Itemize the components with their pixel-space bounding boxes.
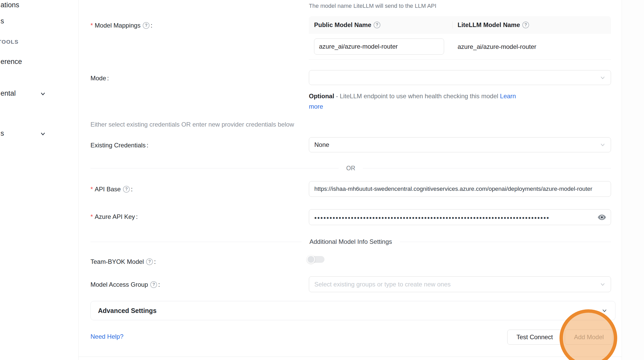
help-icon[interactable]: ?: [150, 281, 157, 288]
sidebar-item[interactable]: s: [1, 129, 4, 138]
chevron-down-icon: [599, 281, 606, 288]
help-icon[interactable]: ?: [146, 258, 153, 265]
team-byok-toggle[interactable]: [307, 255, 324, 264]
chevron-down-icon: [599, 74, 606, 81]
model-mappings-table: Public Model Name ? LiteLLM Model Name ?…: [309, 16, 611, 60]
add-model-form: The model name LiteLLM will send to the …: [79, 0, 622, 360]
model-name-helper-note: The model name LiteLLM will send to the …: [309, 3, 436, 9]
footer-divider: [79, 357, 622, 357]
page-background-strip: [622, 0, 644, 360]
chevron-down-icon: [599, 141, 606, 148]
chevron-down-icon: [39, 90, 47, 98]
table-header: Public Model Name ? LiteLLM Model Name ?: [309, 16, 611, 34]
existing-credentials-label: Existing Credentials :: [90, 141, 148, 149]
advanced-settings-title: Advanced Settings: [98, 307, 157, 315]
chevron-down-icon: [601, 307, 608, 315]
api-base-input[interactable]: [309, 181, 611, 197]
eye-icon[interactable]: [597, 213, 607, 222]
help-icon[interactable]: ?: [374, 22, 380, 28]
help-icon[interactable]: ?: [143, 22, 149, 29]
team-byok-label: Team-BYOK Model ? :: [90, 258, 156, 266]
mode-label: Mode :: [90, 74, 109, 82]
test-connect-button[interactable]: Test Connect: [507, 330, 562, 345]
or-divider: OR: [90, 165, 611, 172]
add-model-screen: ations s TOOLS erence ental s The model …: [0, 0, 644, 360]
help-icon[interactable]: ?: [522, 22, 529, 28]
help-icon[interactable]: ?: [123, 186, 130, 193]
azure-api-key-label: * Azure API Key :: [90, 213, 138, 221]
azure-api-key-input[interactable]: ••••••••••••••••••••••••••••••••••••••••…: [309, 209, 611, 225]
public-model-name-input[interactable]: [314, 38, 444, 55]
sidebar: ations s TOOLS erence ental s: [0, 0, 79, 360]
api-base-label: * API Base ? :: [90, 185, 133, 193]
existing-credentials-select[interactable]: None: [309, 137, 611, 152]
model-access-group-label: Model Access Group ? :: [90, 280, 160, 289]
sidebar-item[interactable]: ental: [1, 89, 16, 98]
public-model-name-header: Public Model Name ?: [309, 21, 452, 29]
sidebar-item[interactable]: s: [1, 17, 4, 25]
add-model-button[interactable]: Add Model: [565, 330, 613, 345]
model-mappings-label: * Model Mappings ? :: [90, 21, 152, 30]
table-row: azure_ai/azure-model-router: [309, 34, 611, 60]
mode-select[interactable]: [309, 70, 611, 85]
advanced-settings-panel[interactable]: Advanced Settings: [90, 301, 615, 320]
credentials-note: Either select existing credentials OR en…: [90, 121, 294, 128]
litellm-model-name-value: azure_ai/azure-model-router: [458, 34, 536, 60]
required-marker: *: [90, 22, 93, 29]
required-marker: *: [90, 213, 93, 220]
additional-info-divider: Additional Model Info Settings: [90, 238, 611, 245]
model-access-group-select[interactable]: Select existing groups or type to create…: [309, 276, 611, 292]
sidebar-section-label: TOOLS: [0, 38, 18, 45]
need-help-link[interactable]: Need Help?: [90, 333, 123, 340]
sidebar-item[interactable]: ations: [1, 1, 19, 9]
masked-api-key: ••••••••••••••••••••••••••••••••••••••••…: [314, 213, 550, 221]
chevron-down-icon: [39, 130, 47, 138]
litellm-model-name-header: LiteLLM Model Name ?: [452, 21, 611, 29]
sidebar-item[interactable]: erence: [1, 57, 22, 66]
mode-hint: Optional - LiteLLM endpoint to use when …: [309, 91, 529, 112]
required-marker: *: [90, 186, 93, 193]
column-separator: [452, 21, 453, 29]
